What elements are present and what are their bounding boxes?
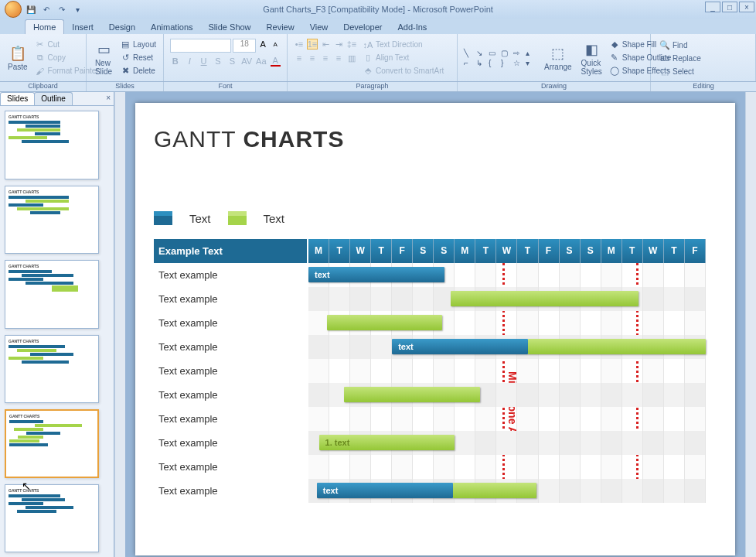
maximize-button[interactable]: □	[722, 2, 737, 12]
quick-styles-button[interactable]: ◧Quick Styles	[577, 39, 607, 77]
slide-canvas-area[interactable]: GANTT CHARTS Text Text Example Text MTWT…	[125, 92, 745, 557]
font-family-combo[interactable]	[170, 39, 231, 53]
layout-button[interactable]: ▤Layout	[117, 39, 158, 51]
shape-down-icon[interactable]: ▾	[526, 59, 536, 67]
align-text-button[interactable]: ▯Align Text	[360, 52, 446, 64]
bold-icon[interactable]: B	[170, 56, 180, 67]
gantt-cell	[413, 407, 434, 431]
numbering-icon[interactable]: 1≡	[307, 39, 318, 50]
shape-arrowr-icon[interactable]: ⇨	[513, 49, 524, 57]
gantt-cell	[539, 455, 560, 479]
minimize-button[interactable]: _	[705, 2, 720, 12]
redo-icon[interactable]: ↷	[56, 3, 68, 15]
panel-scrollbar[interactable]	[114, 92, 125, 557]
font-color-icon[interactable]: A	[271, 56, 281, 67]
slide-thumbnail[interactable]: GANTT CHARTS	[5, 186, 99, 255]
shape-brace2-icon[interactable]: }	[501, 59, 512, 67]
delete-button[interactable]: ✖Delete	[117, 65, 158, 77]
arrange-button[interactable]: ⬚Arrange	[540, 43, 577, 73]
columns-icon[interactable]: ▥	[346, 53, 357, 63]
gantt-bar[interactable]	[528, 339, 706, 354]
tab-design[interactable]: Design	[101, 20, 143, 34]
shape-conn-icon[interactable]: ⌐	[464, 59, 475, 67]
gantt-cell	[455, 359, 475, 383]
gantt-bar[interactable]: 1. text	[319, 435, 455, 450]
tab-review[interactable]: Review	[259, 20, 302, 34]
gantt-cell	[392, 287, 413, 311]
smartart-button[interactable]: ⬘Convert to SmartArt	[360, 65, 446, 77]
tab-insert[interactable]: Insert	[64, 20, 101, 34]
thumbnail-list[interactable]: GANTT CHARTS GANTT CHARTS GANTT CHARTS G…	[0, 106, 114, 557]
tab-addins[interactable]: Add-Ins	[390, 20, 434, 34]
italic-icon[interactable]: I	[184, 56, 194, 67]
shape-line-icon[interactable]: ╲	[464, 49, 475, 57]
slide-thumbnail[interactable]: GANTT CHARTS	[5, 484, 99, 553]
font-size-combo[interactable]: 18	[233, 39, 256, 53]
underline-icon[interactable]: U	[199, 56, 209, 67]
tab-outline[interactable]: Outline	[34, 92, 73, 105]
shape-rect2-icon[interactable]: ▢	[501, 49, 512, 57]
gantt-bar[interactable]: text	[308, 267, 444, 282]
gantt-row: Text example	[154, 455, 706, 479]
gantt-bar[interactable]	[344, 387, 480, 402]
gantt-cell	[581, 479, 601, 503]
shrink-font-icon[interactable]: A	[270, 39, 281, 50]
spacing-icon[interactable]: AV	[241, 56, 252, 67]
gantt-bar[interactable]	[453, 483, 536, 498]
tab-developer[interactable]: Developer	[335, 20, 390, 34]
align-center-icon[interactable]: ≡	[307, 53, 318, 63]
undo-icon[interactable]: ↶	[40, 3, 53, 15]
shape-star-icon[interactable]: ☆	[513, 59, 524, 67]
indent-inc-icon[interactable]: ⇥	[333, 39, 344, 50]
tab-home[interactable]: Home	[25, 19, 64, 34]
shape-elbow-icon[interactable]: ↳	[476, 59, 487, 67]
slide-thumbnail[interactable]: GANTT CHARTS	[5, 335, 99, 404]
replace-icon: ab	[659, 53, 670, 63]
replace-button[interactable]: abReplace	[657, 52, 749, 64]
gantt-cell	[517, 407, 538, 431]
text-direction-button[interactable]: ↕AText Direction	[360, 39, 446, 51]
align-right-icon[interactable]: ≡	[320, 53, 331, 63]
grow-font-icon[interactable]: A	[257, 39, 268, 50]
save-icon[interactable]: 💾	[25, 3, 37, 15]
slide-thumbnail[interactable]: GANTT CHARTS	[5, 260, 99, 329]
close-button[interactable]: ×	[739, 2, 754, 12]
close-pane-icon[interactable]: ×	[106, 94, 111, 102]
shadow-icon[interactable]: S	[227, 56, 237, 67]
line-spacing-icon[interactable]: ‡≡	[346, 39, 357, 50]
qat-more-icon[interactable]: ▾	[71, 3, 83, 15]
tab-slides[interactable]: Slides	[0, 92, 35, 105]
layout-icon: ▤	[120, 39, 131, 50]
reset-button[interactable]: ↺Reset	[117, 52, 158, 64]
gantt-bar[interactable]: text	[317, 483, 453, 498]
reset-icon: ↺	[120, 53, 131, 63]
indent-dec-icon[interactable]: ⇤	[320, 39, 331, 50]
shapes-gallery[interactable]: ╲↘▭▢⇨▴ ⌐↳{}☆▾	[461, 46, 540, 70]
bullets-icon[interactable]: •≡	[294, 39, 305, 50]
gantt-cell	[664, 383, 685, 407]
tab-view[interactable]: View	[302, 20, 336, 34]
tab-slideshow[interactable]: Slide Show	[201, 20, 259, 34]
tab-animations[interactable]: Animations	[143, 20, 200, 34]
paste-button[interactable]: 📋 Paste	[3, 36, 32, 80]
slide[interactable]: GANTT CHARTS Text Text Example Text MTWT…	[135, 103, 735, 555]
gantt-bar[interactable]: text	[392, 339, 528, 354]
slide-thumbnail[interactable]: GANTT CHARTS	[5, 409, 99, 478]
slide-thumbnail[interactable]: GANTT CHARTS	[5, 111, 99, 179]
case-icon[interactable]: Aa	[256, 56, 266, 67]
find-button[interactable]: 🔍Find	[657, 39, 749, 51]
align-left-icon[interactable]: ≡	[294, 53, 305, 63]
legend-swatch-green	[228, 211, 247, 225]
shape-brace-icon[interactable]: {	[489, 59, 499, 67]
strike-icon[interactable]: S	[213, 56, 223, 67]
new-slide-button[interactable]: ▭ New Slide	[90, 36, 117, 80]
gantt-bar[interactable]	[327, 315, 442, 330]
shape-rect-icon[interactable]: ▭	[489, 49, 499, 57]
justify-icon[interactable]: ≡	[333, 53, 344, 63]
shape-up-icon[interactable]: ▴	[526, 49, 536, 57]
select-button[interactable]: ⬚Select	[657, 65, 749, 77]
canvas-scrollbar[interactable]	[745, 92, 756, 557]
gantt-bar[interactable]	[451, 291, 639, 306]
office-button[interactable]	[5, 1, 22, 18]
shape-arrow-icon[interactable]: ↘	[476, 49, 487, 57]
